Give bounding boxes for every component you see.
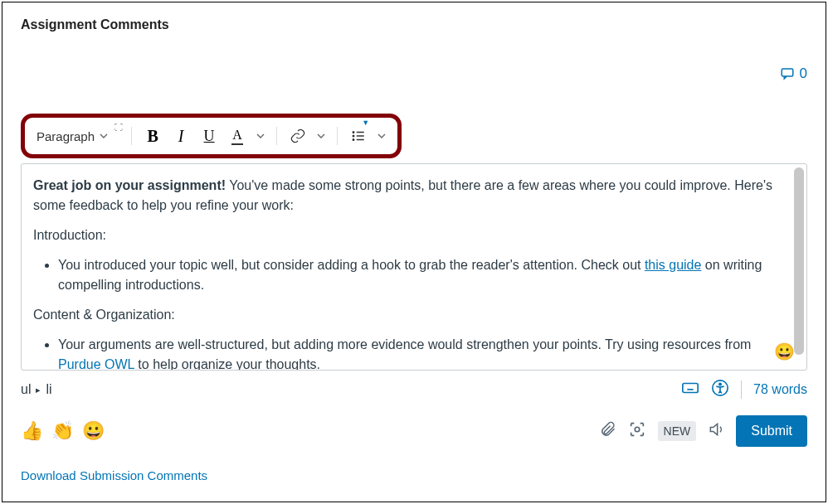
speech-recognition-button[interactable]	[708, 421, 724, 441]
svg-point-10	[635, 427, 640, 432]
section2-post: to help organize your thoughts.	[134, 357, 320, 370]
path-li: li	[46, 382, 51, 397]
emoji-grin[interactable]: 😀	[82, 420, 105, 442]
new-badge: NEW	[658, 421, 697, 441]
word-count[interactable]: 78 words	[753, 382, 807, 397]
list-item: You introduced your topic well, but cons…	[58, 255, 782, 295]
accessibility-icon	[711, 379, 729, 397]
bold-button[interactable]: B	[140, 124, 165, 148]
keyboard-icon	[681, 379, 699, 397]
section2-list: Your arguments are well-structured, but …	[33, 335, 782, 370]
link-button[interactable]	[285, 124, 310, 148]
chevron-down-icon	[317, 132, 325, 140]
text-color-more-button[interactable]	[253, 124, 268, 148]
editor-content[interactable]: Great job on your assignment! You've mad…	[22, 164, 806, 370]
bullet-list-button[interactable]: ▼	[346, 124, 371, 148]
header-row: Assignment Comments 0	[21, 17, 807, 82]
right-actions: NEW Submit	[600, 415, 807, 447]
list-item: Your arguments are well-structured, but …	[58, 335, 782, 370]
list-more-button[interactable]	[374, 124, 389, 148]
submit-button[interactable]: Submit	[736, 415, 807, 447]
purdue-owl-link[interactable]: Purdue OWL	[58, 357, 134, 370]
formatting-toolbar-highlight: Paragraph ⛶ B I U A ▼	[21, 114, 402, 158]
page-title: Assignment Comments	[21, 17, 169, 32]
separator	[337, 127, 338, 145]
audio-icon	[708, 421, 724, 438]
section1-heading: Introduction:	[33, 225, 782, 245]
chevron-down-icon	[377, 132, 386, 140]
rich-text-editor[interactable]: Great job on your assignment! You've mad…	[21, 163, 807, 371]
this-guide-link[interactable]: this guide	[645, 258, 702, 272]
list-icon	[351, 128, 366, 143]
svg-point-2	[353, 135, 354, 137]
separator	[741, 380, 742, 399]
svg-rect-0	[782, 69, 793, 76]
action-row: 👍 👏 😀 NEW Submit	[21, 415, 807, 447]
editor-status-bar: ul ▸ li 78 words	[21, 379, 807, 400]
fullscreen-hint-icon: ⛶	[114, 123, 123, 132]
link-icon	[290, 128, 306, 144]
status-right: 78 words	[681, 379, 807, 400]
svg-point-1	[353, 132, 354, 133]
comment-count-value: 0	[800, 65, 807, 82]
chevron-down-icon	[100, 132, 108, 140]
section2-heading: Content & Organization:	[33, 305, 782, 325]
download-submission-comments-link[interactable]: Download Submission Comments	[21, 468, 807, 482]
path-ul: ul	[21, 382, 31, 397]
section2-pre: Your arguments are well-structured, but …	[58, 337, 751, 351]
italic-button[interactable]: I	[168, 124, 193, 148]
chevron-down-icon	[256, 132, 265, 140]
svg-point-9	[719, 383, 721, 385]
section1-pre: You introduced your topic well, but cons…	[58, 258, 645, 272]
comment-count[interactable]: 0	[780, 65, 807, 82]
block-format-label: Paragraph	[37, 129, 95, 143]
assignment-comments-panel: Assignment Comments 0 Paragraph ⛶ B I U …	[2, 2, 826, 502]
separator	[276, 127, 277, 145]
svg-point-3	[353, 139, 354, 141]
section1-list: You introduced your topic well, but cons…	[33, 255, 782, 295]
paperclip-icon	[600, 421, 616, 438]
scrollbar-thumb[interactable]	[794, 167, 804, 355]
emoji-reactions: 👍 👏 😀	[21, 420, 105, 442]
comment-icon	[780, 66, 795, 81]
underline-button[interactable]: U	[197, 124, 222, 148]
accessibility-checker-button[interactable]	[711, 379, 729, 400]
path-sep: ▸	[36, 385, 41, 395]
block-format-select[interactable]: Paragraph	[33, 128, 111, 145]
opening-bold: Great job on your assignment!	[33, 178, 226, 192]
separator	[131, 127, 132, 145]
emoji-clap[interactable]: 👏	[51, 420, 74, 442]
keyboard-shortcuts-button[interactable]	[681, 379, 699, 400]
link-more-button[interactable]	[314, 124, 329, 148]
text-color-button[interactable]: A	[225, 124, 250, 148]
attach-file-button[interactable]	[600, 421, 616, 441]
element-path[interactable]: ul ▸ li	[21, 382, 52, 397]
media-record-button[interactable]	[628, 420, 646, 442]
svg-rect-7	[683, 384, 698, 393]
emoji-thumbs-up[interactable]: 👍	[21, 420, 43, 442]
media-capture-icon	[628, 420, 646, 439]
